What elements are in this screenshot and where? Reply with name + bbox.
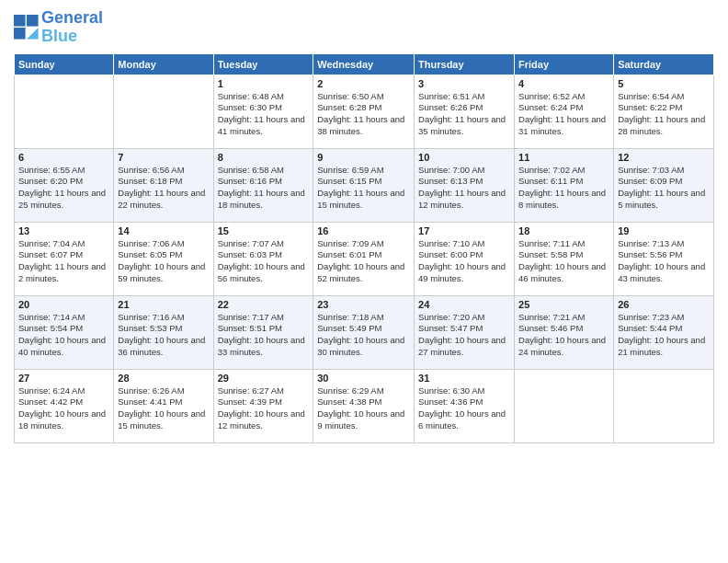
- cell-info: Sunrise: 6:50 AMSunset: 6:28 PMDaylight:…: [317, 91, 410, 138]
- svg-rect-0: [14, 15, 26, 27]
- calendar-cell: 3Sunrise: 6:51 AMSunset: 6:26 PMDaylight…: [415, 75, 515, 148]
- day-number: 8: [218, 152, 310, 163]
- calendar-cell: [114, 75, 213, 148]
- day-number: 3: [418, 78, 510, 89]
- calendar-cell: [15, 75, 114, 148]
- calendar-cell: 26Sunrise: 7:23 AMSunset: 5:44 PMDayligh…: [614, 295, 714, 369]
- weekday-header: Tuesday: [213, 53, 313, 75]
- calendar-cell: 28Sunrise: 6:26 AMSunset: 4:41 PMDayligh…: [114, 369, 213, 442]
- cell-info: Sunrise: 6:58 AMSunset: 6:16 PMDaylight:…: [218, 165, 310, 212]
- day-number: 15: [218, 225, 310, 236]
- cell-info: Sunrise: 6:54 AMSunset: 6:22 PMDaylight:…: [618, 91, 710, 138]
- day-number: 28: [118, 373, 209, 384]
- weekday-header-row: SundayMondayTuesdayWednesdayThursdayFrid…: [15, 53, 714, 75]
- calendar-cell: 16Sunrise: 7:09 AMSunset: 6:01 PMDayligh…: [313, 222, 415, 295]
- svg-rect-2: [14, 28, 26, 40]
- day-number: 5: [618, 78, 710, 89]
- cell-info: Sunrise: 6:59 AMSunset: 6:15 PMDaylight:…: [317, 165, 410, 212]
- calendar-cell: 18Sunrise: 7:11 AMSunset: 5:58 PMDayligh…: [515, 222, 614, 295]
- calendar-week-row: 20Sunrise: 7:14 AMSunset: 5:54 PMDayligh…: [15, 295, 714, 369]
- calendar-cell: 8Sunrise: 6:58 AMSunset: 6:16 PMDaylight…: [213, 148, 313, 222]
- weekday-header: Monday: [114, 53, 213, 75]
- cell-info: Sunrise: 7:02 AMSunset: 6:11 PMDaylight:…: [518, 165, 609, 212]
- calendar-cell: [515, 369, 614, 442]
- calendar-cell: 17Sunrise: 7:10 AMSunset: 6:00 PMDayligh…: [415, 222, 515, 295]
- calendar-cell: 6Sunrise: 6:55 AMSunset: 6:20 PMDaylight…: [15, 148, 114, 222]
- calendar-cell: 9Sunrise: 6:59 AMSunset: 6:15 PMDaylight…: [313, 148, 415, 222]
- day-number: 7: [118, 152, 209, 163]
- day-number: 22: [218, 299, 310, 310]
- cell-info: Sunrise: 7:18 AMSunset: 5:49 PMDaylight:…: [317, 312, 410, 359]
- cell-info: Sunrise: 6:24 AMSunset: 4:42 PMDaylight:…: [18, 385, 109, 432]
- calendar-cell: 27Sunrise: 6:24 AMSunset: 4:42 PMDayligh…: [15, 369, 114, 442]
- calendar-cell: 22Sunrise: 7:17 AMSunset: 5:51 PMDayligh…: [213, 295, 313, 369]
- calendar-week-row: 27Sunrise: 6:24 AMSunset: 4:42 PMDayligh…: [15, 369, 714, 442]
- cell-info: Sunrise: 7:09 AMSunset: 6:01 PMDaylight:…: [317, 238, 410, 285]
- svg-rect-1: [27, 15, 39, 27]
- cell-info: Sunrise: 7:10 AMSunset: 6:00 PMDaylight:…: [418, 238, 510, 285]
- calendar-cell: 31Sunrise: 6:30 AMSunset: 4:36 PMDayligh…: [415, 369, 515, 442]
- calendar-cell: 29Sunrise: 6:27 AMSunset: 4:39 PMDayligh…: [213, 369, 313, 442]
- calendar-cell: 12Sunrise: 7:03 AMSunset: 6:09 PMDayligh…: [614, 148, 714, 222]
- day-number: 6: [18, 152, 109, 163]
- calendar-cell: 13Sunrise: 7:04 AMSunset: 6:07 PMDayligh…: [15, 222, 114, 295]
- day-number: 9: [317, 152, 410, 163]
- cell-info: Sunrise: 7:11 AMSunset: 5:58 PMDaylight:…: [518, 238, 609, 285]
- day-number: 24: [418, 299, 510, 310]
- svg-marker-3: [27, 28, 39, 40]
- cell-info: Sunrise: 7:03 AMSunset: 6:09 PMDaylight:…: [618, 165, 710, 212]
- calendar-table: SundayMondayTuesdayWednesdayThursdayFrid…: [14, 53, 714, 443]
- day-number: 20: [18, 299, 109, 310]
- day-number: 26: [618, 299, 710, 310]
- cell-info: Sunrise: 6:55 AMSunset: 6:20 PMDaylight:…: [18, 165, 109, 212]
- day-number: 10: [418, 152, 510, 163]
- cell-info: Sunrise: 7:23 AMSunset: 5:44 PMDaylight:…: [618, 312, 710, 359]
- day-number: 14: [118, 225, 209, 236]
- calendar-week-row: 1Sunrise: 6:48 AMSunset: 6:30 PMDaylight…: [15, 75, 714, 148]
- day-number: 27: [18, 373, 109, 384]
- day-number: 23: [317, 299, 410, 310]
- cell-info: Sunrise: 6:52 AMSunset: 6:24 PMDaylight:…: [518, 91, 609, 138]
- calendar-cell: 1Sunrise: 6:48 AMSunset: 6:30 PMDaylight…: [213, 75, 313, 148]
- calendar-cell: 23Sunrise: 7:18 AMSunset: 5:49 PMDayligh…: [313, 295, 415, 369]
- cell-info: Sunrise: 7:14 AMSunset: 5:54 PMDaylight:…: [18, 312, 109, 359]
- day-number: 1: [218, 78, 310, 89]
- cell-info: Sunrise: 6:27 AMSunset: 4:39 PMDaylight:…: [218, 385, 310, 432]
- calendar-cell: 21Sunrise: 7:16 AMSunset: 5:53 PMDayligh…: [114, 295, 213, 369]
- calendar-cell: [614, 369, 714, 442]
- cell-info: Sunrise: 7:04 AMSunset: 6:07 PMDaylight:…: [18, 238, 109, 285]
- calendar-cell: 2Sunrise: 6:50 AMSunset: 6:28 PMDaylight…: [313, 75, 415, 148]
- day-number: 11: [518, 152, 609, 163]
- cell-info: Sunrise: 7:00 AMSunset: 6:13 PMDaylight:…: [418, 165, 510, 212]
- day-number: 18: [518, 225, 609, 236]
- calendar-cell: 24Sunrise: 7:20 AMSunset: 5:47 PMDayligh…: [415, 295, 515, 369]
- logo: GeneralBlue: [14, 9, 103, 46]
- day-number: 25: [518, 299, 609, 310]
- calendar-cell: 7Sunrise: 6:56 AMSunset: 6:18 PMDaylight…: [114, 148, 213, 222]
- cell-info: Sunrise: 6:56 AMSunset: 6:18 PMDaylight:…: [118, 165, 209, 212]
- calendar-cell: 20Sunrise: 7:14 AMSunset: 5:54 PMDayligh…: [15, 295, 114, 369]
- weekday-header: Wednesday: [313, 53, 415, 75]
- calendar-cell: 14Sunrise: 7:06 AMSunset: 6:05 PMDayligh…: [114, 222, 213, 295]
- day-number: 29: [218, 373, 310, 384]
- logo-icon: [14, 15, 40, 40]
- day-number: 2: [317, 78, 410, 89]
- day-number: 30: [317, 373, 410, 384]
- day-number: 4: [518, 78, 609, 89]
- day-number: 13: [18, 225, 109, 236]
- page-header: GeneralBlue: [14, 9, 714, 46]
- weekday-header: Friday: [515, 53, 614, 75]
- calendar-cell: 4Sunrise: 6:52 AMSunset: 6:24 PMDaylight…: [515, 75, 614, 148]
- calendar-cell: 25Sunrise: 7:21 AMSunset: 5:46 PMDayligh…: [515, 295, 614, 369]
- cell-info: Sunrise: 6:30 AMSunset: 4:36 PMDaylight:…: [418, 385, 510, 432]
- calendar-cell: 5Sunrise: 6:54 AMSunset: 6:22 PMDaylight…: [614, 75, 714, 148]
- weekday-header: Thursday: [415, 53, 515, 75]
- cell-info: Sunrise: 6:48 AMSunset: 6:30 PMDaylight:…: [218, 91, 310, 138]
- cell-info: Sunrise: 6:29 AMSunset: 4:38 PMDaylight:…: [317, 385, 410, 432]
- calendar-week-row: 6Sunrise: 6:55 AMSunset: 6:20 PMDaylight…: [15, 148, 714, 222]
- day-number: 16: [317, 225, 410, 236]
- day-number: 19: [618, 225, 710, 236]
- cell-info: Sunrise: 6:51 AMSunset: 6:26 PMDaylight:…: [418, 91, 510, 138]
- day-number: 17: [418, 225, 510, 236]
- calendar-cell: 10Sunrise: 7:00 AMSunset: 6:13 PMDayligh…: [415, 148, 515, 222]
